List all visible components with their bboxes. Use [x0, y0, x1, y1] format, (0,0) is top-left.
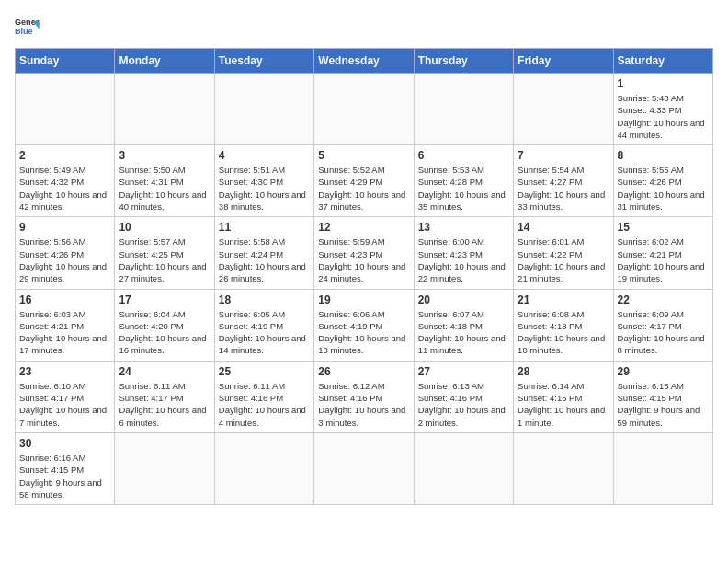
calendar-cell	[414, 432, 513, 504]
day-number: 4	[219, 149, 310, 162]
calendar-cell: 9Sunrise: 5:56 AM Sunset: 4:26 PM Daylig…	[16, 217, 115, 289]
day-info: Sunrise: 6:01 AM Sunset: 4:22 PM Dayligh…	[518, 236, 609, 284]
day-info: Sunrise: 6:03 AM Sunset: 4:21 PM Dayligh…	[19, 308, 110, 357]
day-number: 8	[618, 149, 709, 162]
calendar-cell: 21Sunrise: 6:08 AM Sunset: 4:18 PM Dayli…	[514, 289, 613, 361]
calendar-cell: 12Sunrise: 5:59 AM Sunset: 4:23 PM Dayli…	[314, 217, 414, 289]
day-info: Sunrise: 5:57 AM Sunset: 4:25 PM Dayligh…	[119, 236, 210, 284]
calendar-cell: 8Sunrise: 5:55 AM Sunset: 4:26 PM Daylig…	[613, 145, 712, 217]
weekday-header-sunday: Sunday	[16, 49, 115, 74]
day-info: Sunrise: 6:05 AM Sunset: 4:19 PM Dayligh…	[219, 308, 310, 357]
day-number: 28	[518, 365, 609, 378]
day-number: 15	[618, 221, 709, 234]
calendar-cell: 25Sunrise: 6:11 AM Sunset: 4:16 PM Dayli…	[214, 361, 313, 432]
calendar-cell: 24Sunrise: 6:11 AM Sunset: 4:17 PM Dayli…	[115, 361, 214, 432]
day-info: Sunrise: 6:16 AM Sunset: 4:15 PM Dayligh…	[19, 452, 110, 500]
day-info: Sunrise: 6:02 AM Sunset: 4:21 PM Dayligh…	[618, 236, 709, 284]
day-info: Sunrise: 6:07 AM Sunset: 4:18 PM Dayligh…	[418, 308, 509, 357]
day-number: 10	[119, 221, 210, 234]
day-info: Sunrise: 5:58 AM Sunset: 4:24 PM Dayligh…	[219, 236, 310, 284]
day-number: 12	[318, 221, 409, 234]
calendar-cell	[214, 74, 313, 145]
calendar-cell: 26Sunrise: 6:12 AM Sunset: 4:16 PM Dayli…	[314, 361, 414, 432]
day-number: 7	[518, 149, 609, 162]
weekday-header-monday: Monday	[115, 49, 214, 74]
day-number: 17	[119, 293, 210, 306]
calendar-table: SundayMondayTuesdayWednesdayThursdayFrid…	[15, 48, 713, 505]
day-info: Sunrise: 6:04 AM Sunset: 4:20 PM Dayligh…	[119, 308, 210, 357]
calendar-cell: 4Sunrise: 5:51 AM Sunset: 4:30 PM Daylig…	[214, 145, 313, 217]
weekday-header-friday: Friday	[514, 49, 613, 74]
calendar-cell: 1Sunrise: 5:48 AM Sunset: 4:33 PM Daylig…	[613, 74, 712, 145]
day-number: 18	[219, 293, 310, 306]
day-info: Sunrise: 5:49 AM Sunset: 4:32 PM Dayligh…	[19, 164, 110, 213]
calendar-cell	[115, 432, 214, 504]
day-number: 20	[418, 293, 509, 306]
day-number: 26	[318, 365, 409, 378]
day-info: Sunrise: 5:52 AM Sunset: 4:29 PM Dayligh…	[318, 164, 409, 213]
calendar-cell: 11Sunrise: 5:58 AM Sunset: 4:24 PM Dayli…	[214, 217, 313, 289]
day-number: 11	[219, 221, 310, 234]
generalblue-logo-icon: General Blue	[15, 15, 40, 40]
day-number: 23	[19, 365, 110, 378]
day-number: 3	[119, 149, 210, 162]
day-info: Sunrise: 6:00 AM Sunset: 4:23 PM Dayligh…	[418, 236, 509, 284]
day-number: 16	[19, 293, 110, 306]
day-info: Sunrise: 6:10 AM Sunset: 4:17 PM Dayligh…	[19, 380, 110, 429]
calendar-cell: 14Sunrise: 6:01 AM Sunset: 4:22 PM Dayli…	[514, 217, 613, 289]
calendar-cell: 20Sunrise: 6:07 AM Sunset: 4:18 PM Dayli…	[414, 289, 513, 361]
day-info: Sunrise: 5:54 AM Sunset: 4:27 PM Dayligh…	[518, 164, 609, 213]
day-number: 30	[19, 437, 110, 450]
day-info: Sunrise: 5:50 AM Sunset: 4:31 PM Dayligh…	[119, 164, 210, 213]
calendar-cell	[314, 74, 414, 145]
calendar-cell	[16, 74, 115, 145]
calendar-cell	[514, 432, 613, 504]
day-info: Sunrise: 5:55 AM Sunset: 4:26 PM Dayligh…	[618, 164, 709, 213]
day-number: 9	[19, 221, 110, 234]
calendar-cell: 5Sunrise: 5:52 AM Sunset: 4:29 PM Daylig…	[314, 145, 414, 217]
calendar-cell: 22Sunrise: 6:09 AM Sunset: 4:17 PM Dayli…	[613, 289, 712, 361]
calendar-header: General Blue	[15, 15, 713, 40]
day-info: Sunrise: 6:12 AM Sunset: 4:16 PM Dayligh…	[318, 380, 409, 429]
calendar-cell: 19Sunrise: 6:06 AM Sunset: 4:19 PM Dayli…	[314, 289, 414, 361]
calendar-cell	[414, 74, 513, 145]
day-number: 25	[219, 365, 310, 378]
weekday-header-saturday: Saturday	[613, 49, 712, 74]
calendar-cell: 18Sunrise: 6:05 AM Sunset: 4:19 PM Dayli…	[214, 289, 313, 361]
day-number: 21	[518, 293, 609, 306]
calendar-cell: 3Sunrise: 5:50 AM Sunset: 4:31 PM Daylig…	[115, 145, 214, 217]
calendar-cell: 10Sunrise: 5:57 AM Sunset: 4:25 PM Dayli…	[115, 217, 214, 289]
calendar-cell: 6Sunrise: 5:53 AM Sunset: 4:28 PM Daylig…	[414, 145, 513, 217]
day-number: 22	[618, 293, 709, 306]
calendar-cell: 27Sunrise: 6:13 AM Sunset: 4:16 PM Dayli…	[414, 361, 513, 432]
day-number: 29	[618, 365, 709, 378]
calendar-cell: 29Sunrise: 6:15 AM Sunset: 4:15 PM Dayli…	[613, 361, 712, 432]
calendar-cell: 2Sunrise: 5:49 AM Sunset: 4:32 PM Daylig…	[16, 145, 115, 217]
calendar-cell: 7Sunrise: 5:54 AM Sunset: 4:27 PM Daylig…	[514, 145, 613, 217]
calendar-cell: 16Sunrise: 6:03 AM Sunset: 4:21 PM Dayli…	[16, 289, 115, 361]
day-info: Sunrise: 5:51 AM Sunset: 4:30 PM Dayligh…	[219, 164, 310, 213]
day-info: Sunrise: 5:48 AM Sunset: 4:33 PM Dayligh…	[618, 92, 709, 141]
day-number: 1	[618, 77, 709, 90]
day-info: Sunrise: 5:53 AM Sunset: 4:28 PM Dayligh…	[418, 164, 509, 213]
day-info: Sunrise: 6:14 AM Sunset: 4:15 PM Dayligh…	[518, 380, 609, 429]
day-number: 13	[418, 221, 509, 234]
svg-text:Blue: Blue	[15, 27, 33, 36]
day-number: 5	[318, 149, 409, 162]
day-number: 6	[418, 149, 509, 162]
day-info: Sunrise: 6:11 AM Sunset: 4:16 PM Dayligh…	[219, 380, 310, 429]
day-info: Sunrise: 6:15 AM Sunset: 4:15 PM Dayligh…	[618, 380, 709, 429]
day-info: Sunrise: 6:11 AM Sunset: 4:17 PM Dayligh…	[119, 380, 210, 429]
day-number: 14	[518, 221, 609, 234]
calendar-cell: 23Sunrise: 6:10 AM Sunset: 4:17 PM Dayli…	[16, 361, 115, 432]
day-info: Sunrise: 5:56 AM Sunset: 4:26 PM Dayligh…	[19, 236, 110, 284]
calendar-cell	[115, 74, 214, 145]
day-number: 2	[19, 149, 110, 162]
logo: General Blue	[15, 15, 48, 40]
day-info: Sunrise: 6:13 AM Sunset: 4:16 PM Dayligh…	[418, 380, 509, 429]
calendar-cell: 13Sunrise: 6:00 AM Sunset: 4:23 PM Dayli…	[414, 217, 513, 289]
day-number: 19	[318, 293, 409, 306]
calendar-cell	[214, 432, 313, 504]
day-info: Sunrise: 6:06 AM Sunset: 4:19 PM Dayligh…	[318, 308, 409, 357]
calendar-cell: 15Sunrise: 6:02 AM Sunset: 4:21 PM Dayli…	[613, 217, 712, 289]
